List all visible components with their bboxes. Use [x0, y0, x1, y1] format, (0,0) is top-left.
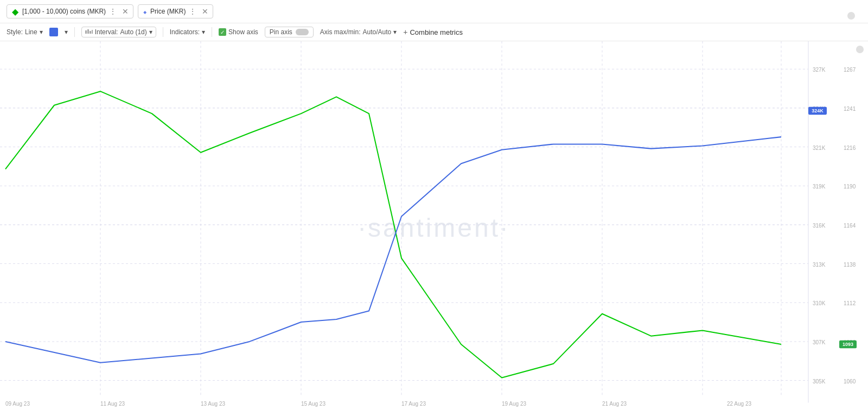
svg-rect-3	[92, 30, 93, 34]
svg-text:1267: 1267	[844, 67, 856, 73]
eth-icon: ⬥	[143, 7, 147, 16]
svg-text:1241: 1241	[844, 106, 856, 112]
svg-text:19 Aug 23: 19 Aug 23	[502, 401, 526, 407]
pill-mkr-coins-menu[interactable]: ⋮	[109, 7, 117, 16]
svg-text:1060: 1060	[844, 379, 856, 385]
axis-maxmin-label: Axis max/min:	[320, 28, 361, 36]
svg-text:321K: 321K	[813, 145, 826, 151]
interval-value: Auto (1d)	[120, 28, 146, 36]
pin-axis-toggle[interactable]: Pin axis	[265, 27, 314, 37]
svg-text:22 Aug 23: 22 Aug 23	[727, 401, 751, 407]
chart-toolbar: Style: Line ▾ ▾ Interval: Auto (1d) ▾ In…	[0, 23, 868, 41]
pill-mkr-price[interactable]: ⬥ Price (MKR) ⋮ ✕	[138, 4, 213, 18]
svg-text:1164: 1164	[844, 223, 856, 229]
svg-text:11 Aug 23: 11 Aug 23	[100, 401, 125, 407]
svg-text:13 Aug 23: 13 Aug 23	[201, 401, 225, 407]
status-indicator	[847, 12, 855, 20]
svg-text:1112: 1112	[844, 300, 856, 306]
metric-pills-row: ◆ [1,000 - 10,000) coins (MKR) ⋮ ✕ ⬥ Pri…	[0, 0, 868, 23]
svg-text:09 Aug 23: 09 Aug 23	[5, 401, 30, 407]
pill-mkr-coins[interactable]: ◆ [1,000 - 10,000) coins (MKR) ⋮ ✕	[7, 4, 133, 18]
pin-axis-label: Pin axis	[270, 28, 292, 36]
svg-text:313K: 313K	[813, 262, 826, 268]
indicators-chevron: ▾	[202, 28, 205, 36]
svg-text:1138: 1138	[844, 262, 856, 268]
svg-text:324K: 324K	[812, 108, 824, 114]
svg-text:1216: 1216	[844, 145, 856, 151]
svg-rect-1	[87, 29, 89, 34]
style-value: Line	[25, 28, 37, 36]
axis-maxmin-selector[interactable]: Axis max/min: Auto/Auto ▾	[320, 28, 397, 36]
axis-maxmin-value: Auto/Auto	[363, 28, 392, 36]
pin-axis-switch[interactable]	[296, 29, 309, 35]
pill-mkr-price-close[interactable]: ✕	[202, 7, 208, 16]
svg-text:1093: 1093	[843, 342, 853, 347]
pill-mkr-price-label: Price (MKR)	[150, 8, 186, 15]
svg-text:305K: 305K	[813, 379, 826, 385]
diamond-icon-green: ◆	[11, 8, 19, 15]
color-chevron: ▾	[65, 28, 68, 36]
chart-area: ·santiment· 327K 324K 321K 319K	[0, 41, 868, 414]
axis-maxmin-chevron: ▾	[393, 28, 397, 36]
svg-text:327K: 327K	[813, 67, 826, 73]
interval-label: Interval:	[95, 28, 118, 36]
svg-rect-2	[90, 31, 91, 34]
svg-text:319K: 319K	[813, 184, 826, 190]
show-axis-label: Show axis	[228, 28, 258, 36]
show-axis-checkbox[interactable]: ✓	[219, 28, 226, 36]
divider-1	[74, 27, 75, 37]
style-selector[interactable]: Style: Line ▾	[7, 28, 43, 36]
chart-svg: 327K 324K 321K 319K 316K 313K 310K 307K …	[0, 41, 868, 414]
show-axis-toggle[interactable]: ✓ Show axis	[219, 28, 258, 36]
interval-chevron: ▾	[149, 28, 152, 36]
interval-selector[interactable]: Interval: Auto (1d) ▾	[81, 27, 156, 37]
svg-text:307K: 307K	[813, 339, 826, 345]
style-label: Style:	[7, 28, 23, 36]
pill-mkr-price-menu[interactable]: ⋮	[189, 7, 196, 16]
svg-text:21 Aug 23: 21 Aug 23	[602, 401, 627, 407]
interval-icon	[85, 29, 93, 35]
svg-text:1190: 1190	[844, 184, 856, 190]
divider-3	[212, 27, 212, 37]
indicators-label: Indicators:	[170, 28, 200, 36]
svg-text:15 Aug 23: 15 Aug 23	[301, 401, 326, 407]
divider-2	[163, 27, 163, 37]
connection-indicator	[856, 46, 864, 53]
combine-metrics-button[interactable]: + Combine metrics	[403, 28, 463, 36]
svg-text:310K: 310K	[813, 300, 826, 306]
combine-metrics-label: Combine metrics	[410, 28, 463, 36]
pill-mkr-coins-close[interactable]: ✕	[122, 7, 129, 16]
svg-rect-0	[85, 30, 87, 34]
style-chevron: ▾	[40, 28, 43, 36]
svg-text:316K: 316K	[813, 223, 826, 229]
svg-text:17 Aug 23: 17 Aug 23	[401, 401, 426, 407]
indicators-selector[interactable]: Indicators: ▾	[170, 28, 205, 36]
pill-mkr-coins-label: [1,000 - 10,000) coins (MKR)	[22, 8, 106, 15]
combine-plus-icon: +	[403, 28, 407, 36]
color-swatch-blue[interactable]	[49, 28, 58, 36]
